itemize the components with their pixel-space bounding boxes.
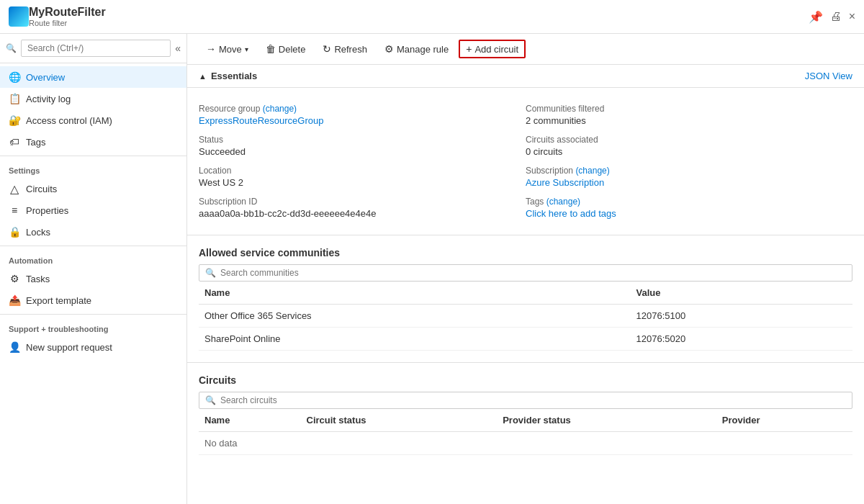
location-value: West US 2 [199, 177, 526, 188]
subscription-id-value: aaaa0a0a-bb1b-cc2c-dd3d-eeeeee4e4e4e [199, 208, 526, 219]
add-circuit-icon: + [466, 43, 472, 55]
subscription-label: Subscription (change) [526, 166, 852, 176]
circuits-section: Circuits 🔍 Name Circuit status Provider … [187, 363, 864, 467]
sidebar-item-overview[interactable]: 🌐 Overview [0, 66, 186, 88]
divider-2 [0, 246, 186, 246]
delete-button[interactable]: 🗑 Delete [258, 40, 313, 58]
circuits-no-data-row: No data [199, 432, 852, 455]
sidebar-item-activity-log[interactable]: 📋 Activity log [0, 88, 186, 109]
status-label: Status [199, 135, 526, 145]
circuits-associated-value: 0 circuits [526, 146, 852, 157]
subscription-change-link[interactable]: (change) [575, 166, 609, 176]
content-scroll: ▲ Essentials JSON View Resource group (c… [187, 65, 864, 504]
toolbar: → Move ▾ 🗑 Delete ↻ Refresh ⚙ Manage rul… [187, 34, 864, 65]
communities-filtered-label: Communities filtered [526, 104, 852, 114]
subscription-value: Azure Subscription [526, 177, 852, 188]
print-icon[interactable]: 🖨 [830, 10, 842, 23]
tags-change-link[interactable]: (change) [546, 197, 580, 207]
close-button[interactable]: × [849, 10, 855, 23]
essentials-tags: Tags (change) Click here to add tags [526, 192, 852, 223]
overview-label: Overview [26, 72, 65, 83]
sidebar-item-circuits[interactable]: △ Circuits [0, 178, 186, 199]
communities-search-input[interactable] [220, 268, 846, 278]
circuits-no-data: No data [199, 432, 852, 455]
refresh-button[interactable]: ↻ Refresh [315, 40, 374, 58]
circuits-associated-label: Circuits associated [526, 135, 852, 145]
export-template-icon: 📤 [9, 294, 20, 306]
sidebar-item-access-control[interactable]: 🔐 Access control (IAM) [0, 109, 186, 131]
app-title: MyRouteFilter [29, 6, 809, 19]
circuits-search-box: 🔍 [199, 392, 852, 409]
community-value: 12076:5100 [631, 305, 852, 328]
locks-label: Locks [26, 227, 50, 238]
search-icon: 🔍 [6, 43, 17, 53]
essentials-communities-filtered: Communities filtered 2 communities [526, 99, 852, 130]
properties-icon: ≡ [9, 204, 20, 216]
tags-label: Tags [26, 137, 45, 148]
sidebar-search-area: 🔍 « [0, 34, 186, 63]
sidebar-item-new-support-request[interactable]: 👤 New support request [0, 336, 186, 358]
essentials-subscription: Subscription (change) Azure Subscription [526, 161, 852, 192]
activity-log-icon: 📋 [9, 93, 20, 104]
pin-icon[interactable]: 📌 [809, 10, 823, 24]
manage-rule-icon: ⚙ [384, 43, 394, 55]
divider-1 [0, 156, 186, 156]
sidebar-item-locks[interactable]: 🔒 Locks [0, 221, 186, 243]
tags-value: Click here to add tags [526, 208, 852, 219]
essentials-circuits-associated: Circuits associated 0 circuits [526, 130, 852, 161]
title-bar: MyRouteFilter Route filter 📌 🖨 × [0, 0, 864, 34]
move-button[interactable]: → Move ▾ [199, 40, 256, 58]
circuits-label: Circuits [26, 184, 57, 194]
settings-section-header: Settings [0, 159, 186, 178]
essentials-chevron-icon[interactable]: ▲ [199, 72, 207, 81]
communities-row: SharePoint Online 12076:5020 [199, 328, 852, 351]
add-circuit-button[interactable]: + Add circuit [459, 40, 526, 58]
app-subtitle: Route filter [29, 19, 809, 27]
sidebar: 🔍 « 🌐 Overview 📋 Activity log 🔐 Access c… [0, 34, 187, 504]
circuits-col-name: Name [199, 409, 301, 432]
tags-add-link[interactable]: Click here to add tags [526, 208, 616, 219]
sidebar-item-properties[interactable]: ≡ Properties [0, 199, 186, 221]
resource-group-change-link[interactable]: (change) [263, 104, 297, 114]
support-section-header: Support + troubleshooting [0, 318, 186, 336]
tasks-label: Tasks [26, 274, 50, 284]
community-name: Other Office 365 Services [199, 305, 631, 328]
circuits-title: Circuits [199, 374, 852, 386]
resource-group-label: Resource group (change) [199, 104, 526, 114]
communities-filtered-value: 2 communities [526, 115, 852, 126]
resource-group-value: ExpressRouteResourceGroup [199, 115, 526, 126]
title-bar-actions: 📌 🖨 × [809, 10, 855, 24]
subscription-link[interactable]: Azure Subscription [526, 177, 604, 188]
tags-label: Tags (change) [526, 197, 852, 207]
sidebar-item-export-template[interactable]: 📤 Export template [0, 289, 186, 311]
communities-col-value: Value [631, 282, 852, 305]
activity-log-label: Activity log [26, 94, 71, 104]
essentials-title: Essentials [211, 71, 257, 81]
export-template-label: Export template [26, 295, 91, 306]
content-area: → Move ▾ 🗑 Delete ↻ Refresh ⚙ Manage rul… [187, 34, 864, 504]
manage-rule-button[interactable]: ⚙ Manage rule [377, 40, 456, 58]
search-input[interactable] [21, 40, 171, 57]
circuits-search-input[interactable] [220, 395, 846, 405]
support-icon: 👤 [9, 341, 20, 353]
collapse-button[interactable]: « [175, 42, 181, 54]
essentials-status: Status Succeeded [199, 130, 526, 161]
app-logo [9, 6, 29, 27]
sidebar-item-tags[interactable]: 🏷 Tags [0, 131, 186, 153]
json-view-link[interactable]: JSON View [805, 71, 852, 81]
community-value: 12076:5020 [631, 328, 852, 351]
sidebar-nav: 🌐 Overview 📋 Activity log 🔐 Access contr… [0, 63, 186, 361]
overview-icon: 🌐 [9, 71, 20, 83]
essentials-header-left: ▲ Essentials [199, 71, 257, 81]
essentials-resource-group: Resource group (change) ExpressRouteReso… [199, 99, 526, 130]
communities-search-box: 🔍 [199, 264, 852, 282]
automation-section-header: Automation [0, 249, 186, 268]
circuits-col-provider-status: Provider status [497, 409, 716, 432]
circuits-col-circuit-status: Circuit status [301, 409, 498, 432]
resource-group-link[interactable]: ExpressRouteResourceGroup [199, 115, 323, 126]
support-label: New support request [26, 342, 112, 353]
move-icon: → [206, 43, 216, 55]
essentials-grid: Resource group (change) ExpressRouteReso… [187, 88, 864, 235]
tasks-icon: ⚙ [9, 273, 20, 284]
sidebar-item-tasks[interactable]: ⚙ Tasks [0, 268, 186, 289]
